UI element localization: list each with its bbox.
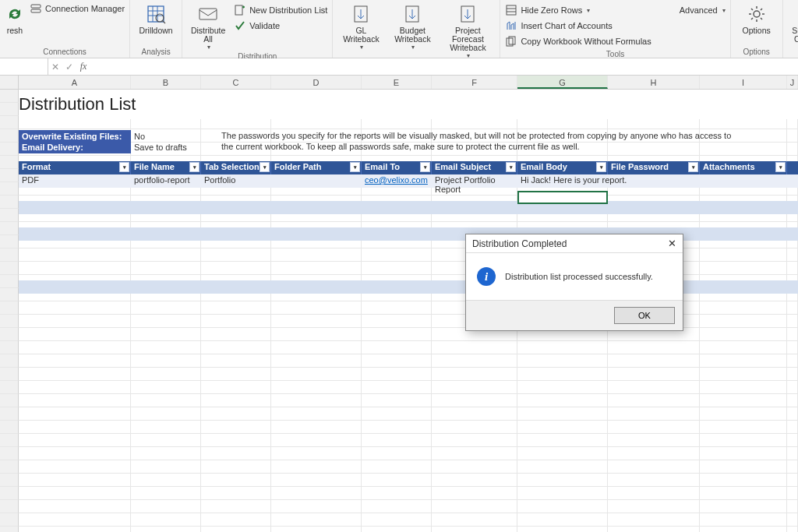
svg-rect-5 [235, 5, 242, 15]
cell-folder[interactable] [271, 174, 362, 188]
cancel-icon[interactable]: ✕ [48, 62, 62, 72]
formula-bar: ✕ ✓ fx [0, 58, 798, 76]
dialog-message: Distribution list processed successfully… [505, 272, 653, 281]
gl-writeback-icon [350, 3, 372, 25]
col-header[interactable]: G [517, 76, 608, 89]
budget-writeback-icon [401, 3, 423, 25]
filter-icon[interactable] [260, 162, 270, 172]
filter-icon[interactable] [596, 162, 606, 172]
group-label-help: Help [788, 46, 798, 58]
th-body[interactable]: Email Body [517, 161, 608, 174]
enter-icon[interactable]: ✓ [62, 62, 76, 72]
gear-icon [746, 3, 768, 25]
cell-attach[interactable] [700, 174, 787, 188]
column-headers: A B C D E F G H I J [0, 76, 798, 90]
ribbon: resh Connection Manager Connections Dril… [0, 0, 798, 58]
cell-filename[interactable]: portfolio-report [131, 174, 201, 188]
th-format[interactable]: Format [19, 161, 131, 174]
distribute-all-button[interactable]: Distribute All [187, 2, 229, 51]
new-list-label: New Distribution List [249, 5, 327, 15]
filter-icon[interactable] [350, 162, 360, 172]
filter-icon[interactable] [688, 162, 698, 172]
filter-icon[interactable] [189, 162, 200, 172]
support-center-label: Support Center [788, 26, 798, 44]
connection-manager-button[interactable]: Connection Manager [30, 2, 125, 16]
validate-label: Validate [249, 21, 280, 30]
options-button[interactable]: Options [736, 2, 778, 35]
budget-writeback-label: Budget Writeback [389, 26, 436, 44]
hide-rows-label: Hide Zero Rows [521, 5, 582, 15]
forecast-writeback-icon [457, 3, 478, 25]
password-note: The passwords you specify for the report… [218, 130, 748, 152]
insert-coa-icon [505, 19, 517, 32]
cell-emailto[interactable]: ceo@velixo.com [362, 174, 432, 188]
col-header[interactable]: H [608, 76, 700, 89]
hide-zero-rows-button[interactable]: Hide Zero Rows [505, 3, 651, 17]
table-row[interactable]: PDF portfolio-report Portfolio ceo@velix… [19, 174, 798, 188]
th-subject[interactable]: Email Subject [432, 161, 517, 174]
col-header[interactable]: E [362, 76, 432, 89]
gl-writeback-button[interactable]: GL Writeback [337, 2, 384, 51]
fx-icon[interactable]: fx [76, 61, 90, 72]
validate-button[interactable]: Validate [234, 19, 327, 33]
col-header[interactable]: C [201, 76, 271, 89]
col-header[interactable]: F [432, 76, 517, 89]
delivery-value[interactable]: Save to drafts [131, 141, 190, 153]
hide-rows-icon [505, 4, 517, 16]
select-all-corner[interactable] [0, 76, 19, 89]
name-box[interactable] [0, 58, 48, 75]
filter-icon[interactable] [420, 162, 430, 172]
th-folder[interactable]: Folder Path [271, 161, 362, 174]
col-header[interactable]: A [19, 76, 131, 89]
ribbon-group-tools: Hide Zero Rows Insert Chart of Accounts … [500, 0, 730, 58]
th-emailto[interactable]: Email To [362, 161, 432, 174]
ribbon-group-distribution: Distribute All New Distribution List Val… [182, 0, 333, 58]
insert-coa-button[interactable]: Insert Chart of Accounts [505, 19, 651, 33]
col-header[interactable]: I [700, 76, 787, 89]
cell-body[interactable]: Hi Jack! Here is your report. [517, 174, 608, 188]
refresh-label: resh [7, 26, 23, 35]
gl-writeback-label: GL Writeback [337, 26, 384, 44]
dialog-title: Distribution Completed [472, 238, 567, 249]
col-header[interactable]: D [271, 76, 362, 89]
ribbon-group-help: ? Support Center Official Velixo Blog He… [783, 0, 798, 58]
th-tab[interactable]: Tab Selection [201, 161, 271, 174]
cell-password[interactable] [608, 174, 700, 188]
connection-manager-label: Connection Manager [45, 4, 125, 13]
th-attach[interactable]: Attachments [700, 161, 787, 174]
cell-tab[interactable]: Portfolio [201, 174, 271, 188]
col-header[interactable]: J [787, 76, 798, 89]
ok-button[interactable]: OK [614, 307, 675, 324]
ribbon-group-writeback: GL Writeback Budget Writeback Project Fo… [333, 0, 500, 58]
info-icon: i [477, 267, 496, 286]
filter-icon[interactable] [119, 162, 129, 172]
formula-input[interactable] [90, 58, 798, 75]
refresh-button[interactable]: resh [5, 2, 25, 35]
distribute-all-label: Distribute All [187, 26, 229, 44]
th-filename[interactable]: File Name [131, 161, 201, 174]
col-header[interactable]: B [131, 76, 201, 89]
filter-icon[interactable] [506, 162, 516, 172]
cell-format[interactable]: PDF [19, 174, 131, 188]
filter-icon[interactable] [775, 162, 786, 172]
drilldown-button[interactable]: Drilldown [135, 2, 177, 35]
budget-writeback-button[interactable]: Budget Writeback [389, 2, 436, 51]
close-icon[interactable]: ✕ [668, 238, 676, 249]
svg-rect-0 [31, 5, 41, 8]
copy-wb-button[interactable]: Copy Workbook Without Formulas [505, 34, 651, 48]
svg-rect-1 [31, 9, 41, 12]
insert-coa-label: Insert Chart of Accounts [521, 21, 612, 30]
advanced-button[interactable]: Advanced [680, 3, 726, 17]
cell-subject[interactable]: Project Portfolio Report [432, 174, 517, 188]
new-distribution-list-button[interactable]: New Distribution List [234, 3, 327, 17]
ribbon-group-analysis: Drilldown Analysis [130, 0, 182, 58]
svg-rect-4 [200, 9, 217, 19]
th-password[interactable]: File Password [608, 161, 700, 174]
new-list-icon [234, 4, 246, 16]
support-center-button[interactable]: ? Support Center [788, 2, 798, 44]
forecast-writeback-button[interactable]: Project Forecast Writeback [440, 2, 495, 59]
help-icon: ? [796, 3, 798, 25]
sheet-title: Distribution List [19, 90, 798, 119]
group-label-connections: Connections [5, 46, 125, 58]
distribute-all-icon [197, 3, 219, 25]
